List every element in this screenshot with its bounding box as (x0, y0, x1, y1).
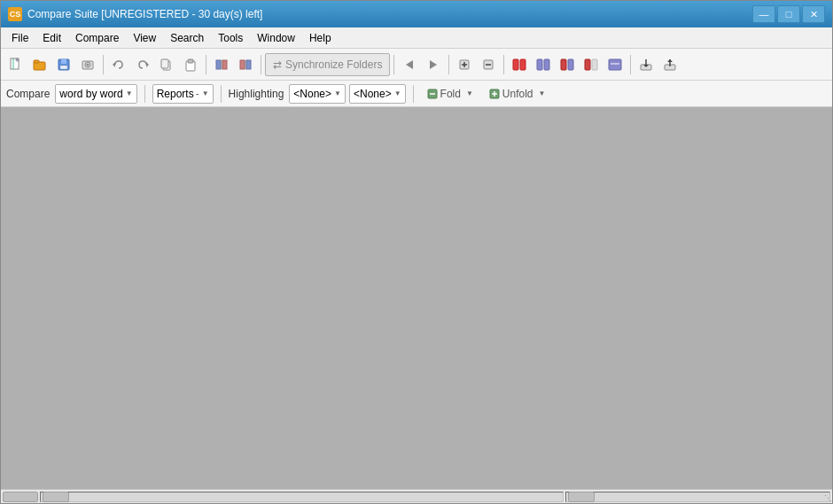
resize-grip[interactable]: ⋱ (821, 492, 833, 504)
sep-1 (103, 55, 104, 74)
diff5-button[interactable] (603, 53, 627, 76)
fold-icon (427, 89, 438, 99)
action-sep-3 (413, 85, 414, 103)
svg-rect-7 (61, 59, 66, 64)
zoom-out-button[interactable] (477, 53, 500, 76)
menu-bar: File Edit Compare View Search Tools Wind… (1, 27, 832, 49)
sync-folders-icon: ⇄ (273, 58, 282, 71)
svg-rect-37 (585, 59, 590, 70)
svg-rect-22 (246, 60, 251, 69)
window-title: Compare Suite [UNREGISTERED - 30 day(s) … (27, 8, 752, 20)
menu-search[interactable]: Search (163, 30, 211, 46)
menu-file[interactable]: File (4, 30, 35, 46)
svg-marker-25 (430, 60, 437, 69)
sep-2 (206, 55, 206, 74)
menu-view[interactable]: View (126, 30, 163, 46)
action-sep-2 (221, 85, 222, 103)
menu-compare[interactable]: Compare (68, 30, 126, 46)
unfold-button[interactable]: Unfold ▼ (483, 84, 552, 104)
fold-arrow: ▼ (466, 89, 473, 97)
none1-arrow: ▼ (334, 89, 341, 97)
copy-button[interactable] (155, 53, 178, 76)
diff1-button[interactable] (508, 53, 531, 76)
action-bar: Compare word by word ▼ Reports - ▼ Highl… (1, 81, 832, 107)
main-content-area (1, 107, 832, 489)
svg-rect-3 (12, 58, 14, 69)
app-icon: CS (8, 7, 22, 21)
diff2-button[interactable] (532, 53, 555, 76)
none2-arrow: ▼ (394, 89, 401, 97)
window-controls: — □ ✕ (752, 5, 825, 23)
menu-help[interactable]: Help (302, 30, 339, 46)
unfold-icon (489, 89, 500, 99)
svg-marker-24 (406, 60, 413, 69)
menu-tools[interactable]: Tools (211, 30, 250, 46)
main-window: CS Compare Suite [UNREGISTERED - 30 day(… (0, 0, 833, 504)
redo-button[interactable] (131, 53, 154, 76)
sep-3 (261, 55, 261, 74)
close-button[interactable]: ✕ (802, 5, 825, 23)
export-button[interactable] (634, 53, 658, 76)
paste-button[interactable] (179, 53, 202, 76)
svg-rect-21 (240, 60, 245, 69)
minimize-button[interactable]: — (752, 5, 775, 23)
sep-5 (448, 55, 449, 74)
scroll-left-btn[interactable] (3, 492, 38, 502)
sync-folders-button[interactable]: ⇄ Synchronize Folders (265, 53, 390, 76)
compare-label: Compare (6, 88, 50, 100)
menu-window[interactable]: Window (250, 30, 302, 46)
svg-rect-34 (544, 59, 549, 70)
action-sep-1 (144, 85, 145, 103)
svg-rect-5 (34, 60, 39, 63)
zoom-in-button[interactable] (453, 53, 476, 76)
svg-marker-46 (667, 59, 673, 62)
svg-rect-39 (609, 59, 621, 70)
diff4-button[interactable] (580, 53, 603, 76)
diff3-button[interactable] (556, 53, 579, 76)
open-button[interactable] (28, 53, 51, 76)
import-button[interactable] (658, 53, 681, 76)
next-button[interactable] (422, 53, 445, 76)
svg-rect-18 (216, 60, 221, 69)
sep-4 (393, 55, 394, 74)
prev-button[interactable] (398, 53, 421, 76)
save-button[interactable] (52, 53, 75, 76)
svg-rect-15 (161, 59, 168, 68)
svg-marker-13 (146, 62, 149, 67)
highlighting-label: Highlighting (229, 88, 284, 100)
main-toolbar: ⇄ Synchronize Folders (1, 49, 832, 81)
sep-7 (630, 55, 631, 74)
new-button[interactable] (4, 53, 27, 76)
sep-6 (503, 55, 504, 74)
svg-rect-33 (537, 59, 542, 70)
title-bar: CS Compare Suite [UNREGISTERED - 30 day(… (1, 1, 832, 27)
scroll-track-2[interactable] (565, 492, 830, 502)
scroll-thumb-1[interactable] (43, 492, 69, 502)
compare-left-button[interactable] (210, 53, 233, 76)
none1-dropdown[interactable]: <None> ▼ (289, 84, 346, 104)
scroll-track-1[interactable] (40, 492, 564, 502)
reports-dropdown[interactable]: Reports - ▼ (152, 84, 214, 104)
svg-rect-36 (568, 59, 573, 70)
svg-point-11 (87, 63, 90, 66)
svg-marker-12 (113, 62, 115, 67)
undo-button[interactable] (107, 53, 130, 76)
maximize-button[interactable]: □ (777, 5, 800, 23)
compare-right-button[interactable] (234, 53, 257, 76)
bottom-scrollbar[interactable]: ⋱ (1, 489, 832, 503)
svg-rect-32 (520, 59, 525, 70)
svg-rect-35 (561, 59, 566, 70)
screenshot-button[interactable] (76, 53, 99, 76)
svg-rect-19 (222, 60, 227, 69)
scroll-thumb-2[interactable] (568, 492, 595, 502)
unfold-arrow: ▼ (539, 89, 546, 97)
menu-edit[interactable]: Edit (35, 30, 68, 46)
svg-rect-17 (188, 59, 193, 63)
none2-dropdown[interactable]: <None> ▼ (349, 84, 406, 104)
compare-mode-dropdown[interactable]: word by word ▼ (55, 84, 136, 104)
fold-button[interactable]: Fold ▼ (421, 84, 479, 104)
compare-mode-arrow: ▼ (126, 89, 133, 97)
reports-arrow: ▼ (202, 89, 209, 97)
svg-rect-38 (592, 59, 597, 70)
svg-rect-8 (60, 66, 67, 69)
